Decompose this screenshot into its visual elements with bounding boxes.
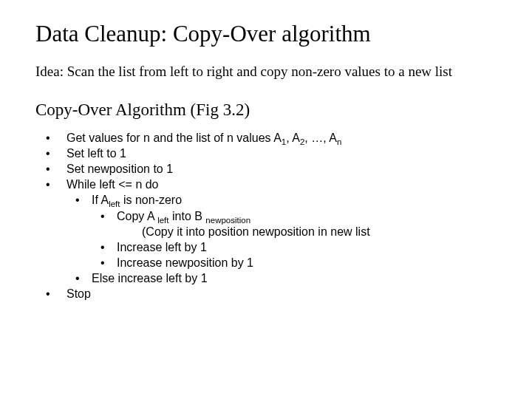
list-item: Increase newposition by 1 (100, 255, 497, 270)
step-text: Set left to 1 (66, 147, 126, 160)
algorithm-header: Copy-Over Algorithm (Fig 3.2) (35, 100, 497, 120)
step-text: While left <= n do (66, 178, 159, 191)
list-item: Copy A left into B newposition (Copy it … (100, 208, 497, 239)
step-text: Increase newposition by 1 (117, 256, 253, 269)
list-item: Stop (49, 286, 497, 301)
algorithm-list: Get values for n and the list of n value… (35, 130, 497, 301)
nested-list: Copy A left into B newposition (Copy it … (75, 208, 497, 270)
step-text: , …, A (304, 132, 337, 144)
list-item: Get values for n and the list of n value… (49, 130, 497, 146)
continuation-text: (Copy it into position newposition in ne… (100, 224, 497, 239)
subscript: left (157, 216, 168, 225)
step-text: is non-zero (120, 194, 183, 206)
idea-text: Idea: Scan the list from left to right a… (35, 64, 497, 80)
nested-list: If Aleft is non-zero Copy A left into B … (49, 192, 497, 286)
list-item: Set newposition to 1 (49, 161, 497, 177)
step-text: Else increase left by 1 (92, 272, 208, 284)
step-text: Copy A (117, 210, 157, 222)
slide-title: Data Cleanup: Copy-Over algorithm (35, 21, 497, 47)
list-item: Set left to 1 (49, 146, 497, 161)
step-text: into B (169, 210, 206, 222)
step-text: Stop (66, 287, 91, 300)
subscript: newposition (205, 216, 250, 225)
subscript: n (337, 137, 341, 146)
step-text: , A (286, 132, 300, 144)
list-item: If Aleft is non-zero Copy A left into B … (75, 192, 497, 270)
list-item: Else increase left by 1 (75, 270, 497, 286)
list-item: Increase left by 1 (100, 239, 497, 255)
step-text: Set newposition to 1 (66, 163, 173, 175)
step-text: Increase left by 1 (117, 241, 207, 253)
slide: Data Cleanup: Copy-Over algorithm Idea: … (0, 0, 532, 301)
list-item: While left <= n do If Aleft is non-zero … (49, 177, 497, 286)
step-text: If A (92, 194, 109, 206)
step-text: Get values for n and the list of n value… (66, 132, 282, 144)
